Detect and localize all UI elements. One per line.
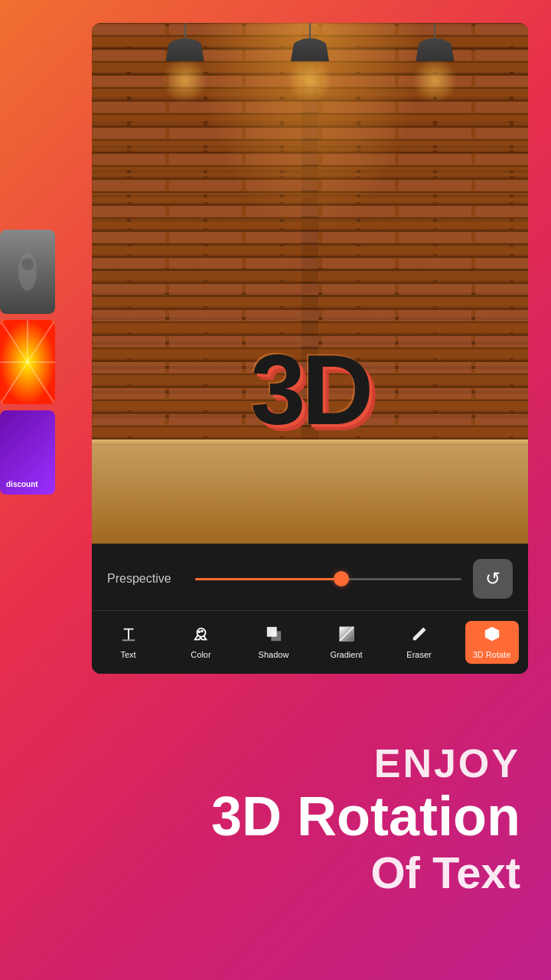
lamp-center	[287, 23, 333, 103]
promo-text: discount	[6, 480, 38, 488]
3d-text-container: 3D	[250, 340, 370, 439]
gradient-icon	[338, 626, 355, 647]
reset-button[interactable]: ↺	[473, 559, 513, 599]
3d-rotate-icon	[484, 626, 500, 647]
tool-eraser-label: Eraser	[406, 650, 431, 659]
lamp-cord	[309, 23, 311, 38]
tool-text-label: Text	[120, 650, 135, 659]
phone-screen: 3D Prespective ↺	[92, 23, 528, 674]
left-card-photo[interactable]	[0, 230, 55, 314]
rotation-headline: 3D Rotation	[211, 786, 520, 847]
lamp-cord	[434, 23, 435, 38]
reset-icon: ↺	[485, 568, 500, 590]
left-panel: discount	[0, 230, 61, 495]
lamp-light	[162, 57, 208, 103]
toolbar: Text Color	[92, 610, 528, 674]
lamp-shade	[166, 38, 204, 61]
scene: 3D	[92, 23, 528, 544]
lamp-left	[162, 23, 208, 103]
svg-point-19	[201, 630, 203, 632]
tool-shadow[interactable]: Shadow	[247, 621, 301, 664]
text-icon	[120, 626, 137, 647]
lamps	[92, 23, 528, 103]
enjoy-text: ENJOY	[374, 740, 520, 786]
eraser-icon	[411, 626, 428, 647]
tool-text[interactable]: Text	[102, 621, 155, 664]
tool-color-label: Color	[191, 650, 210, 659]
lamp-cord	[184, 23, 186, 38]
svg-point-18	[198, 631, 200, 632]
left-card-art[interactable]	[0, 320, 55, 404]
shadow-icon	[266, 626, 282, 647]
perspective-label: Prespective	[107, 572, 184, 586]
bottom-section: ENJOY 3D Rotation Of Text	[0, 681, 551, 980]
slider-thumb[interactable]	[334, 571, 349, 586]
lamp-light	[287, 57, 333, 103]
lamp-light	[412, 57, 458, 103]
tool-3d-rotate-label: 3D Rotate	[473, 650, 511, 659]
lamp-shade	[291, 38, 329, 61]
slider-fill	[195, 578, 341, 580]
svg-rect-21	[271, 631, 281, 641]
3d-text: 3D	[250, 340, 370, 439]
left-card-promo[interactable]: discount	[0, 410, 55, 495]
of-text-label: Of Text	[371, 847, 521, 898]
perspective-slider[interactable]	[195, 578, 461, 580]
tool-3d-rotate[interactable]: 3D Rotate	[465, 621, 519, 664]
perspective-control: Prespective ↺	[92, 544, 528, 610]
tool-gradient-label: Gradient	[330, 650, 362, 659]
color-icon	[193, 626, 210, 647]
lamp-right	[412, 23, 458, 103]
tool-color[interactable]: Color	[174, 621, 228, 664]
tool-eraser[interactable]: Eraser	[393, 621, 446, 664]
svg-point-1	[21, 258, 34, 270]
tool-gradient[interactable]: Gradient	[320, 621, 373, 664]
lamp-shade	[416, 38, 454, 61]
shelf	[92, 439, 528, 544]
controls-panel: Prespective ↺ Text	[92, 544, 528, 674]
tool-shadow-label: Shadow	[259, 650, 289, 659]
